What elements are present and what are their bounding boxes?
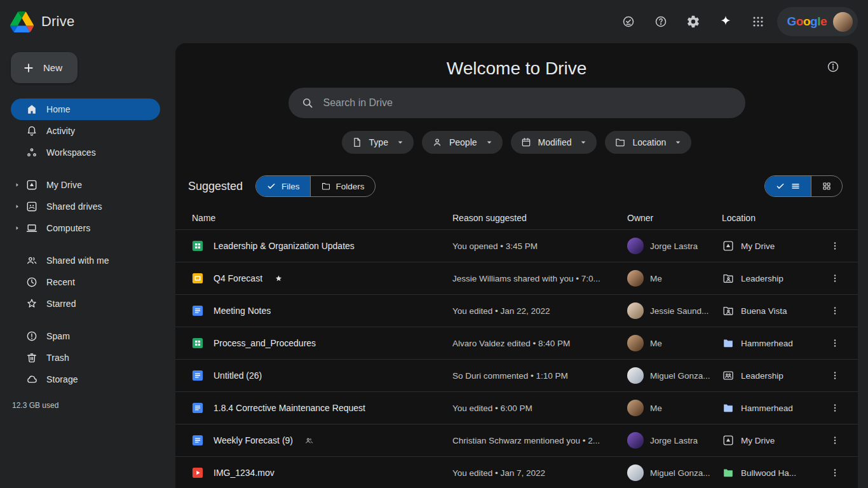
sidebar-item-label: Home <box>46 104 71 114</box>
apps-grid-icon <box>751 15 765 29</box>
grid-view-button[interactable] <box>811 176 842 196</box>
owner-avatar <box>627 432 644 449</box>
file-row[interactable]: Untitled (26) So Duri commented • 1:10 P… <box>175 360 858 392</box>
file-name: Meeting Notes <box>214 306 271 316</box>
expand-chevron-icon[interactable] <box>14 182 25 188</box>
row-menu-button[interactable] <box>825 333 845 353</box>
filter-chip-modified[interactable]: Modified <box>511 131 597 154</box>
row-menu-button[interactable] <box>825 463 845 483</box>
row-menu-button[interactable] <box>825 301 845 321</box>
more-vertical-icon <box>829 337 841 349</box>
search-icon <box>301 97 314 109</box>
file-row[interactable]: Q4 Forecast Jessie Williams shared with … <box>175 262 858 295</box>
info-icon <box>826 60 840 74</box>
owner-avatar <box>627 335 644 351</box>
file-row[interactable]: Leadership & Organization Updates You op… <box>175 230 858 262</box>
sidebar-item-workspaces[interactable]: Workspaces <box>11 142 160 163</box>
sheets-file-icon <box>192 337 203 349</box>
more-vertical-icon <box>829 467 841 478</box>
search-input[interactable] <box>323 97 733 109</box>
folder-icon <box>321 181 331 191</box>
info-button[interactable] <box>826 60 840 74</box>
workspaces-icon <box>25 146 38 159</box>
sidebar-item-label: Recent <box>46 277 75 287</box>
file-row[interactable]: Process_and_Procedures Alvaro Valdez edi… <box>175 327 858 360</box>
list-view-button[interactable] <box>765 176 811 196</box>
sidebar-group: My Drive Shared drives Computers <box>0 174 175 239</box>
location-name: My Drive <box>741 241 775 251</box>
expand-chevron-icon[interactable] <box>14 225 25 231</box>
settings-button[interactable] <box>681 9 706 34</box>
sidebar-item-storage[interactable]: Storage <box>11 369 160 390</box>
sidebar-item-label: My Drive <box>46 180 82 190</box>
column-header-owner[interactable]: Owner <box>627 213 722 223</box>
row-menu-button[interactable] <box>825 365 845 386</box>
sidebar-item-spam[interactable]: Spam <box>11 325 160 347</box>
folders-toggle[interactable]: Folders <box>310 176 375 196</box>
list-view-icon <box>790 181 801 191</box>
spam-icon <box>25 330 38 342</box>
files-toggle[interactable]: Files <box>256 176 310 196</box>
row-menu-button[interactable] <box>825 430 845 451</box>
sidebar-item-my-drive[interactable]: My Drive <box>11 174 160 196</box>
sidebar-item-shared-with-me[interactable]: Shared with me <box>11 250 160 271</box>
file-row[interactable]: Weekly Forecast (9) Christian Schwarz me… <box>175 424 858 457</box>
help-button[interactable] <box>648 9 674 34</box>
column-header-location[interactable]: Location <box>722 213 820 223</box>
sidebar-item-shared-drives[interactable]: Shared drives <box>11 196 160 217</box>
new-button[interactable]: New <box>11 52 78 83</box>
reason-suggested: You opened • 3:45 PM <box>452 241 627 251</box>
column-header-name[interactable]: Name <box>192 213 452 223</box>
apps-grid-button[interactable] <box>745 9 771 34</box>
sidebar-item-label: Computers <box>46 223 90 233</box>
filter-chip-label: Location <box>632 137 666 147</box>
reason-suggested: So Duri commented • 1:10 PM <box>452 371 627 381</box>
column-header-reason[interactable]: Reason suggested <box>452 213 627 223</box>
offline-status-button[interactable] <box>616 9 641 34</box>
row-menu-button[interactable] <box>825 398 845 418</box>
gemini-button[interactable] <box>713 9 738 34</box>
slides-file-icon <box>192 273 203 284</box>
chevron-spacer <box>14 355 25 361</box>
chevron-spacer <box>14 257 25 264</box>
row-menu-button[interactable] <box>825 268 845 288</box>
search-bar[interactable] <box>288 88 745 118</box>
filter-chip-type[interactable]: Type <box>342 131 414 154</box>
filter-chip-people[interactable]: People <box>422 131 503 154</box>
topbar-actions <box>616 9 771 34</box>
filter-chip-location[interactable]: Location <box>605 131 691 154</box>
sidebar-item-recent[interactable]: Recent <box>11 271 160 293</box>
owner-name: Jorge Lastra <box>650 241 698 251</box>
expand-chevron-icon[interactable] <box>14 203 25 210</box>
account-avatar[interactable] <box>833 12 853 32</box>
sidebar-item-activity[interactable]: Activity <box>11 120 160 142</box>
sidebar-item-home[interactable]: Home <box>11 98 160 120</box>
mydrive-location-icon <box>722 434 735 447</box>
sidebar-item-trash[interactable]: Trash <box>11 347 160 369</box>
star-icon <box>25 297 38 310</box>
sheets-file-icon <box>192 240 203 252</box>
plus-icon <box>22 61 36 75</box>
caret-down-icon <box>672 137 684 148</box>
location-name: Bullwood Ha... <box>741 468 796 478</box>
row-menu-button[interactable] <box>825 236 845 256</box>
owner-name: Me <box>650 274 662 283</box>
sidebar-item-starred[interactable]: Starred <box>11 293 160 315</box>
drive-logo[interactable]: Drive <box>0 11 165 32</box>
file-row[interactable]: Meeting Notes You edited • Jan 22, 2022 … <box>175 295 858 327</box>
owner-avatar <box>627 302 644 319</box>
offline-status-icon <box>621 15 635 29</box>
sidebar-group: Shared with me Recent Starred <box>0 250 175 315</box>
more-vertical-icon <box>829 370 841 381</box>
folder-filled-icon <box>722 466 735 479</box>
file-row[interactable]: IMG_1234.mov You edited • Jan 7, 2022 Mi… <box>175 457 858 488</box>
check-icon <box>775 181 785 191</box>
file-row[interactable]: 1.8.4 Corrective Maintenance Request You… <box>175 392 858 424</box>
sidebar-item-computers[interactable]: Computers <box>11 217 160 239</box>
calendar-icon <box>520 137 532 148</box>
sidebar-nav: Home Activity Workspaces My Drive Shared… <box>0 98 175 390</box>
shared-people-icon <box>304 436 314 445</box>
sidebar: New Home Activity Workspaces My Drive <box>0 43 175 488</box>
account-pill[interactable]: Google <box>777 7 858 36</box>
chevron-spacer <box>14 106 25 112</box>
